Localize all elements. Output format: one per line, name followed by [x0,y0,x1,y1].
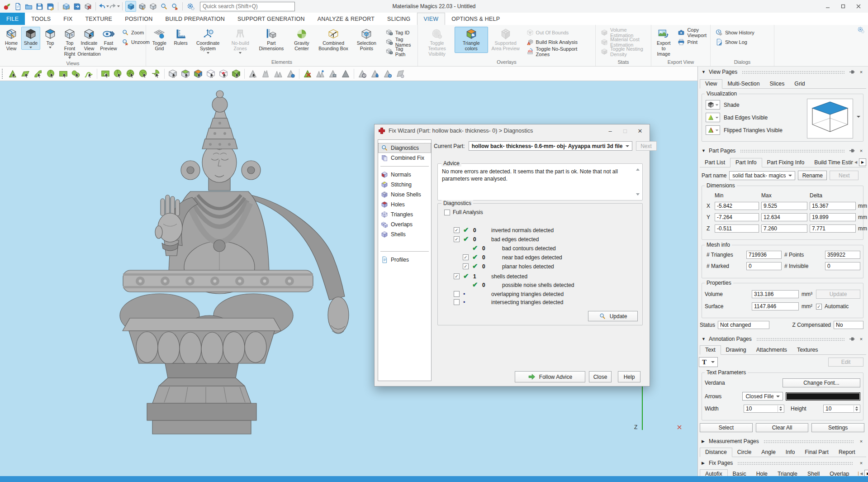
menu-item-tools[interactable]: TOOLS [25,13,57,25]
dialog-close-icon[interactable]: ✕ [634,128,646,134]
menu-item-file[interactable]: FILE [0,13,25,25]
select-surface-button[interactable] [33,68,43,79]
ribbon-button-triangle-colors[interactable]: Triangle colors [455,27,488,53]
save-as-button[interactable] [45,1,55,11]
ribbon-button-copy-viewport[interactable]: Copy Viewport [676,28,708,37]
diagnostic-checkbox[interactable]: ✓ [463,263,469,269]
tab-distance[interactable]: Distance [700,448,732,457]
diagnostic-checkbox[interactable] [454,299,460,305]
fix-page-normals[interactable]: Normals [378,170,431,180]
chevron-down-icon[interactable] [857,116,860,118]
minimize-icon[interactable] [821,1,835,11]
tab-slices[interactable]: Slices [765,80,790,88]
pin-icon[interactable] [849,148,855,154]
tab-scroll-right-icon[interactable]: ▶ [859,158,866,166]
export-part-button[interactable] [72,1,82,11]
select-freeform-button[interactable] [83,68,94,79]
ribbon-button-top[interactable]: Top [41,27,60,50]
dimension-max-field[interactable]: 9.525 [761,202,807,210]
zoom-part-button[interactable] [137,1,147,11]
full-analysis-checkbox[interactable] [444,210,450,215]
ribbon-button-toggle-grid[interactable]: Toggle Grid [148,27,171,53]
dimension-delta-field[interactable]: 15.367 [810,202,856,210]
clear-all-button[interactable]: Clear All [756,423,809,432]
diagnostic-checkbox[interactable]: ✓ [454,227,460,233]
bad-edges-visible-dropdown[interactable] [706,113,720,122]
grow-marked-button[interactable] [370,68,380,79]
tab-grid[interactable]: Grid [789,80,810,88]
view-pages-header[interactable]: ▼ View Pages × [700,68,866,76]
automatic-checkbox[interactable]: ✓ [816,304,822,310]
fix-page-shells[interactable]: Shells [378,229,431,239]
tab-angle[interactable]: Angle [756,448,780,457]
height-stepper[interactable]: 10 [823,405,860,413]
unmark-plane-button[interactable] [315,68,326,79]
unmark-shaded-button[interactable] [340,68,351,79]
fix-page-noise-shells[interactable]: Noise Shells [378,190,431,200]
drag-hatch[interactable] [740,149,844,153]
tab-multi-section[interactable]: Multi-Section [722,80,764,88]
fix-pages-header[interactable]: ▶ Fix Pages × [700,459,866,467]
menu-item-build-preparation[interactable]: BUILD PREPARATION [159,13,231,25]
pin-icon[interactable] [849,69,855,75]
redo-button[interactable] [109,1,119,11]
flipped-triangles-visible-dropdown[interactable] [706,125,720,135]
help-button[interactable]: Help [618,371,640,382]
ribbon-button-toggle-no-support-zones[interactable]: Toggle No-Support Zones [525,47,593,56]
select-shell-button[interactable] [45,68,56,79]
tab-text[interactable]: Text [700,345,721,355]
fix-page-overlaps[interactable]: Overlaps [378,220,431,229]
pin-icon[interactable] [849,336,855,342]
unmark-triangles-button[interactable] [302,68,313,79]
open-file-button[interactable] [24,1,33,11]
undo-button[interactable] [99,1,109,11]
tab-part-list[interactable]: Part List [700,158,730,167]
mark-triangle-button[interactable] [247,68,258,79]
ribbon-button-tag-id[interactable]: Tag ID [384,28,416,37]
unmark-labelled-button[interactable] [327,68,338,79]
close-icon[interactable] [852,1,865,11]
select-triangles-button[interactable] [7,68,18,79]
view-part-button[interactable] [148,1,158,11]
select-cube-through-button[interactable] [180,68,191,79]
toolbar-drag-handle[interactable] [1,68,4,79]
select-ellipse-button[interactable] [71,68,81,79]
collapse-icon[interactable]: ▼ [702,337,706,341]
tab-part-fixing-info[interactable]: Part Fixing Info [762,158,810,167]
ribbon-button-rulers[interactable]: Rulers [171,27,190,48]
text-tool-select[interactable]: T [699,357,718,367]
zoom-selection-button[interactable] [170,1,180,11]
select-plane-button[interactable] [20,68,31,79]
menu-item-view[interactable]: VIEW [417,13,446,25]
annotation-pages-header[interactable]: ▼ Annotation Pages × [700,335,866,343]
tab-attachments[interactable]: Attachments [751,346,792,354]
ribbon-button-top-front-right[interactable]: FRTop Front Right [60,27,79,60]
mark-flagged-button[interactable] [285,68,296,79]
dimension-min-field[interactable]: -5.842 [715,202,759,210]
select-cube-inside-button[interactable] [218,68,229,79]
spinner-icons[interactable] [778,406,783,412]
menu-item-options-help[interactable]: OPTIONS & HELP [445,13,506,25]
volume-field[interactable]: 313.186 [752,290,799,298]
shade-dropdown[interactable] [706,100,720,110]
collapse-icon[interactable]: ▼ [702,148,706,153]
dimension-min-field[interactable]: -0.511 [715,224,759,233]
dimension-min-field[interactable]: -7.264 [715,213,759,221]
part-pages-header[interactable]: ▼ Part Pages × [700,147,866,154]
arrow-color-swatch[interactable] [786,392,860,401]
ribbon-button-show-history[interactable]: Show History [714,28,756,37]
part-name-select[interactable]: solid flat back- magics f [729,171,795,180]
ribbon-button-indicate-view-orientation[interactable]: Indicate View Orientation [80,27,99,58]
fix-page-diagnostics[interactable]: Diagnostics [378,143,431,153]
scroll-up-icon[interactable] [635,167,640,172]
filter-marked-button[interactable] [395,68,406,79]
tab-info[interactable]: Info [781,448,800,457]
menu-item-fix[interactable]: FIX [57,13,79,25]
dimension-delta-field[interactable]: 7.771 [810,224,856,233]
fix-page-profiles[interactable]: Profiles [378,255,431,265]
dimension-delta-field[interactable]: 19.899 [810,213,856,221]
menu-item-slicing[interactable]: SLICING [381,13,417,25]
new-document-button[interactable] [13,1,23,11]
dialog-minimize-icon[interactable]: – [604,128,616,134]
ribbon-button-tag-names[interactable]: Tag Names [384,38,416,46]
